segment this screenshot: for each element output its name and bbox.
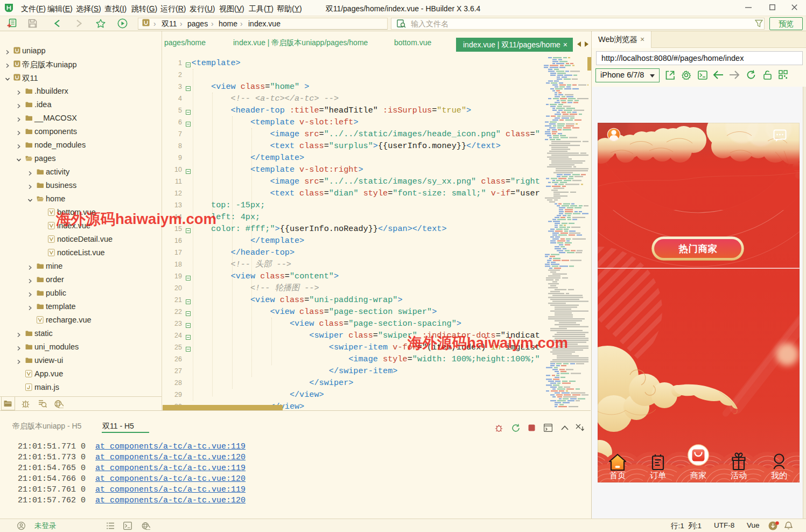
svg-text:首页: 首页: [609, 471, 626, 480]
svg-text:热门商家: 热门商家: [678, 243, 718, 254]
svg-text:活动: 活动: [731, 471, 747, 480]
svg-text:我的: 我的: [771, 471, 787, 480]
svg-text:订单: 订单: [650, 471, 666, 480]
svg-text:商家: 商家: [690, 471, 706, 480]
